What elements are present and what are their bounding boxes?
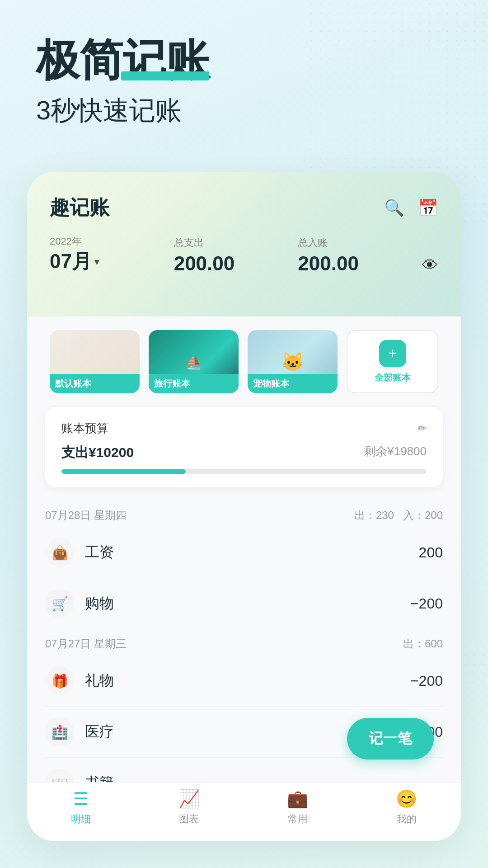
- month-value: 07月: [50, 248, 92, 275]
- date-header-1: 07月28日 星期四 出：230 入：200: [45, 501, 443, 527]
- book-item-default[interactable]: 默认账本: [50, 330, 140, 393]
- expense-block: 总支出 200.00: [174, 236, 298, 275]
- search-icon[interactable]: 🔍: [384, 198, 404, 217]
- txn-name-gift: 礼物: [85, 671, 410, 691]
- visibility-icon[interactable]: 👁: [422, 256, 438, 275]
- chart-icon: 📈: [178, 789, 200, 809]
- book-label-pet: 宠物账本: [248, 374, 338, 393]
- add-book-icon: +: [379, 340, 406, 367]
- hero-section: 极简记账 3秒快速记账: [36, 36, 452, 128]
- mine-label: 我的: [397, 812, 417, 826]
- nav-item-detail[interactable]: ☰ 明细: [71, 789, 91, 826]
- card-scroll-area[interactable]: 默认账本 ⛵ 旅行账本 🐱 宠物账本 + 全部账本: [27, 316, 461, 841]
- budget-progress-bar: [61, 469, 427, 474]
- mine-icon: 😊: [396, 789, 417, 809]
- books-row: 默认账本 ⛵ 旅行账本 🐱 宠物账本 + 全部账本: [27, 316, 461, 407]
- hero-subtitle: 3秒快速记账: [36, 93, 452, 128]
- txn-salary[interactable]: 👜 工资 200: [45, 527, 443, 578]
- txn-name-salary: 工资: [85, 542, 419, 562]
- book-label-default: 默认账本: [50, 374, 140, 393]
- year-label: 2022年: [50, 235, 174, 248]
- txn-amount-gift: −200: [410, 673, 443, 689]
- stats-row: 2022年 07月 ▾ 总支出 200.00 总入账 200.00 👁: [50, 235, 438, 275]
- header-icons: 🔍 📅: [384, 198, 438, 217]
- book-label-travel: 旅行账本: [149, 374, 239, 393]
- detail-label: 明细: [71, 812, 91, 826]
- expense-value: 200.00: [174, 252, 298, 275]
- detail-icon: ☰: [73, 789, 89, 809]
- chart-label: 图表: [179, 812, 199, 826]
- edit-budget-icon[interactable]: ✏: [418, 422, 427, 435]
- date-summary-2: 出：600: [403, 637, 443, 651]
- gift-icon: 🎁: [45, 666, 74, 695]
- nav-item-mine[interactable]: 😊 我的: [396, 789, 417, 826]
- all-books-label: 全部账本: [375, 372, 411, 384]
- month-selector[interactable]: 07月 ▾: [50, 248, 174, 275]
- income-value: 200.00: [298, 252, 422, 275]
- plus-icon: +: [388, 345, 397, 362]
- bottom-navigation: ☰ 明细 📈 图表 💼 常用 😊 我的: [27, 782, 461, 841]
- budget-amounts: 支出¥10200 剩余¥19800: [61, 443, 427, 462]
- budget-header: 账本预算 ✏: [61, 420, 427, 436]
- card-content: 默认账本 ⛵ 旅行账本 🐱 宠物账本 + 全部账本: [27, 316, 461, 841]
- income-label: 总入账: [298, 236, 422, 250]
- eye-icon-block[interactable]: 👁: [422, 256, 438, 275]
- budget-card: 账本预算 ✏ 支出¥10200 剩余¥19800: [45, 407, 443, 487]
- income-block: 总入账 200.00: [298, 236, 422, 275]
- calendar-icon[interactable]: 📅: [418, 198, 438, 217]
- expense-label: 总支出: [174, 236, 298, 250]
- hero-title-highlight: [121, 71, 209, 80]
- budget-title: 账本预算: [61, 420, 108, 436]
- date-block: 2022年 07月 ▾: [50, 235, 174, 275]
- date-label-2: 07月27日 星期三: [45, 637, 127, 651]
- txn-shopping[interactable]: 🛒 购物 −200: [45, 578, 443, 629]
- txn-name-shopping: 购物: [85, 594, 410, 613]
- budget-spent: 支出¥10200: [61, 443, 134, 462]
- txn-amount-salary: 200: [419, 544, 443, 561]
- book-item-travel[interactable]: ⛵ 旅行账本: [149, 330, 239, 393]
- book-item-all[interactable]: + 全部账本: [347, 330, 438, 393]
- nav-item-common[interactable]: 💼 常用: [287, 789, 308, 826]
- budget-progress-fill: [61, 469, 186, 474]
- medical-icon: 🏥: [45, 717, 74, 746]
- month-arrow: ▾: [94, 256, 99, 267]
- add-record-button[interactable]: 记一笔: [347, 718, 434, 760]
- budget-remain: 剩余¥19800: [364, 443, 427, 462]
- date-label-1: 07月28日 星期四: [45, 508, 127, 523]
- header-top-row: 趣记账 🔍 📅: [50, 194, 438, 221]
- common-icon: 💼: [287, 789, 308, 809]
- salary-icon: 👜: [45, 538, 74, 567]
- shopping-icon: 🛒: [45, 589, 74, 618]
- txn-gift[interactable]: 🎁 礼物 −200: [45, 656, 443, 707]
- nav-item-chart[interactable]: 📈 图表: [178, 789, 200, 826]
- date-summary-1: 出：230 入：200: [354, 508, 443, 523]
- card-header: 趣记账 🔍 📅 2022年 07月 ▾ 总支出 200.00 总入账 200.: [27, 172, 461, 316]
- date-header-2: 07月27日 星期三 出：600: [45, 629, 443, 656]
- app-name: 趣记账: [50, 194, 109, 221]
- common-label: 常用: [288, 812, 308, 826]
- app-card: 趣记账 🔍 📅 2022年 07月 ▾ 总支出 200.00 总入账 200.: [27, 172, 461, 841]
- transaction-list: 07月28日 星期四 出：230 入：200 👜 工资 200 🛒 购物 −20…: [27, 501, 461, 808]
- book-item-pet[interactable]: 🐱 宠物账本: [248, 330, 338, 393]
- txn-amount-shopping: −200: [410, 595, 443, 612]
